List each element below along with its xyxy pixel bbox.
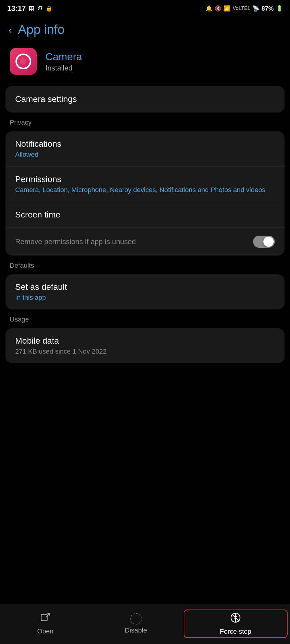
set-as-default-subtitle: In this app [15,294,275,302]
remove-permissions-row: Remove permissions if app is unused [5,228,285,256]
screen-time-title: Screen time [15,210,275,220]
camera-icon [15,54,31,69]
back-button[interactable]: ‹ [8,24,12,36]
set-as-default-item[interactable]: Set as default In this app [5,274,285,309]
disable-icon [130,613,142,625]
notifications-title: Notifications [15,139,275,149]
camera-lens-icon [20,58,26,64]
defaults-section-label: Defaults [0,258,290,272]
bottom-nav: Open Disable Force stop [0,604,290,644]
open-label: Open [37,627,54,635]
defaults-card: Set as default In this app [5,274,285,309]
wifi-icon: 📶 [224,5,230,12]
status-left: 13:17 🖼 ⏱ 🔒 [7,4,52,13]
disable-label: Disable [125,626,147,634]
nav-open-button[interactable]: Open [0,612,91,635]
nav-disable-button[interactable]: Disable [91,613,181,634]
privacy-card: Notifications Allowed Permissions Camera… [5,131,285,256]
open-icon [40,612,51,626]
mobile-data-item[interactable]: Mobile data 271 KB used since 1 Nov 2022 [5,328,285,363]
force-stop-label: Force stop [220,628,251,636]
signal-icon: 📡 [252,5,259,12]
force-stop-icon [230,612,241,626]
mobile-data-subtitle: 271 KB used since 1 Nov 2022 [15,348,275,355]
mobile-data-title: Mobile data [15,336,275,346]
volte-icon: VoLTE1 [233,6,250,11]
status-bar: 13:17 🖼 ⏱ 🔒 🔔 🔇 📶 VoLTE1 📡 87% 🔋 [0,0,290,15]
status-right: 🔔 🔇 📶 VoLTE1 📡 87% 🔋 [206,5,283,12]
permissions-title: Permissions [15,175,275,184]
screen-time-item[interactable]: Screen time [5,202,285,228]
svg-rect-0 [41,615,47,621]
set-as-default-title: Set as default [15,282,275,292]
camera-settings-label: Camera settings [15,94,77,104]
toggle-knob [263,237,274,247]
notifications-subtitle: Allowed [15,151,275,159]
permissions-item[interactable]: Permissions Camera, Location, Microphone… [5,167,285,202]
app-status: Installed [45,64,82,72]
permissions-subtitle: Camera, Location, Microphone, Nearby dev… [15,186,275,194]
disable-icon-border [130,613,142,625]
remove-permissions-toggle[interactable] [253,236,275,248]
clock-icon: ⏱ [37,5,43,12]
app-icon [10,48,37,75]
camera-settings-card[interactable]: Camera settings [5,86,285,113]
remove-permissions-label: Remove permissions if app is unused [15,237,253,246]
mute-icon: 🔇 [215,5,221,12]
battery-percent: 87% [262,5,274,12]
lock-icon: 🔒 [46,5,52,12]
app-name: Camera [45,51,82,63]
battery-icon: 🔋 [276,5,283,12]
privacy-section-label: Privacy [0,115,290,129]
status-time: 13:17 [7,4,26,13]
usage-section-label: Usage [0,312,290,326]
notifications-item[interactable]: Notifications Allowed [5,131,285,167]
photo-icon: 🖼 [29,5,34,12]
app-info-row: Camera Installed [0,43,290,83]
alert-icon: 🔔 [206,5,212,12]
page-title: App info [18,22,64,37]
header: ‹ App info [0,15,290,43]
app-name-container: Camera Installed [45,51,82,72]
usage-card: Mobile data 271 KB used since 1 Nov 2022 [5,328,285,363]
nav-force-stop-button[interactable]: Force stop [184,610,288,638]
